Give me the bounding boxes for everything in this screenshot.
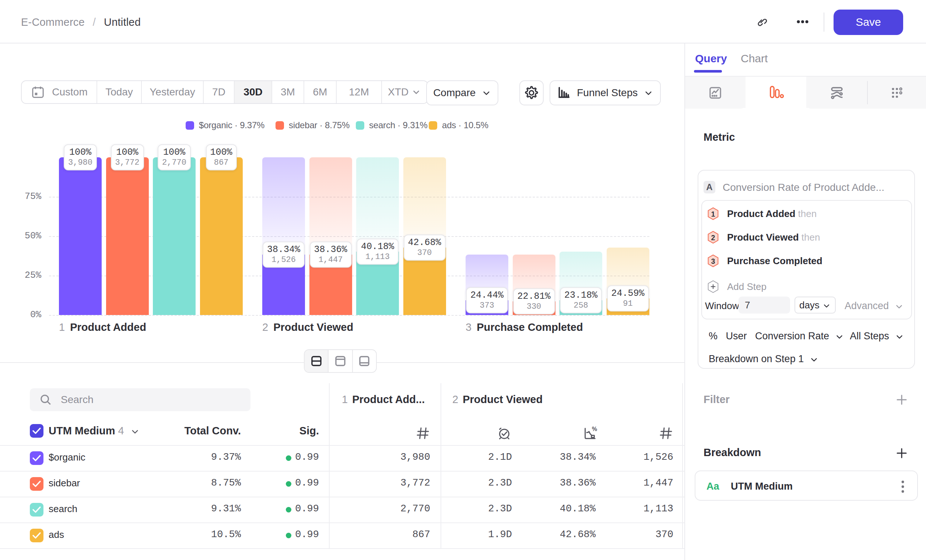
svg-text:1: 1 xyxy=(711,210,715,218)
svg-text:3: 3 xyxy=(711,257,715,265)
svg-text:%: % xyxy=(592,426,597,432)
svg-text:2: 2 xyxy=(711,233,715,242)
